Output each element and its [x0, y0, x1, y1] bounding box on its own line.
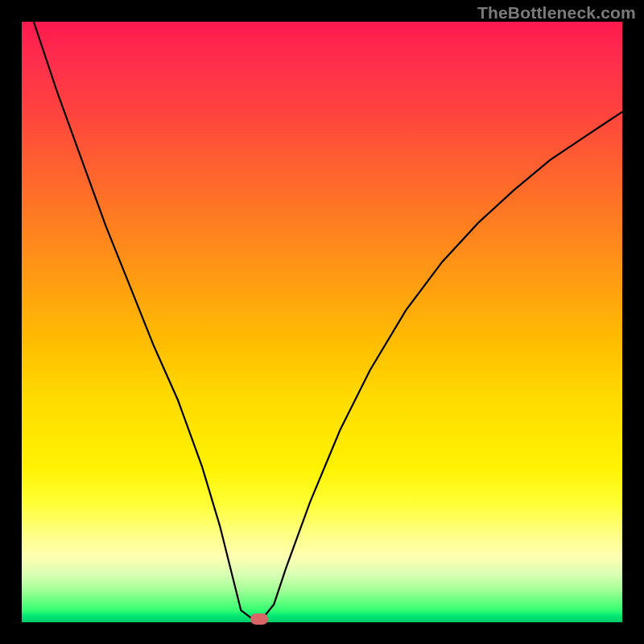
minimum-marker — [250, 613, 268, 625]
bottleneck-curve — [34, 22, 622, 619]
chart-container: TheBottleneck.com — [0, 0, 644, 644]
watermark-text: TheBottleneck.com — [477, 3, 636, 23]
plot-area — [22, 22, 622, 622]
curve-svg — [22, 22, 622, 622]
